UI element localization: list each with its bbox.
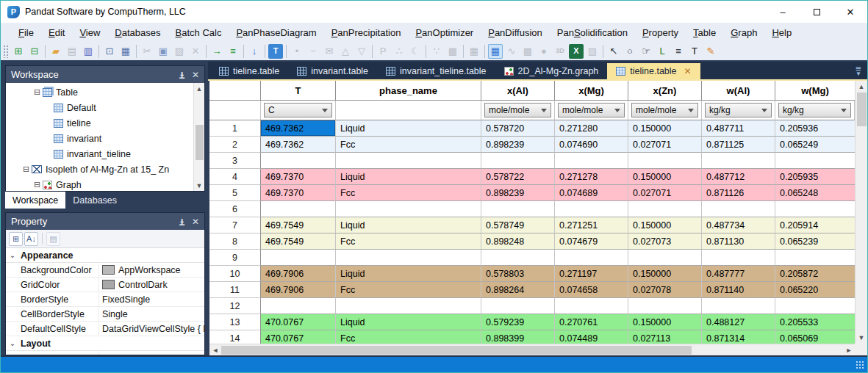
table-row[interactable]: 9 [209, 250, 855, 266]
resize-grip[interactable] [856, 361, 864, 369]
new-window-button[interactable]: ⊞ [11, 44, 26, 59]
section-calc-button[interactable]: ✉ [322, 44, 337, 59]
sidebar-tab-databases[interactable]: Databases [65, 192, 124, 209]
row-number[interactable]: 1 [209, 120, 261, 137]
kinetics-button[interactable]: ▩ [445, 44, 460, 59]
legend-button[interactable]: L [655, 44, 670, 59]
pin-icon[interactable]: Ŧ [179, 70, 184, 80]
tab-2d-al-mg-zn-graph[interactable]: 2D_Al-Mg-Zn.graph [495, 63, 608, 79]
scroll-left-icon[interactable]: ◄ [209, 347, 221, 354]
menu-panoptimizer[interactable]: PanOptimizer [408, 24, 481, 41]
run-batch-button[interactable]: → [209, 44, 224, 59]
tree-item-invariant[interactable]: invariant [6, 131, 193, 146]
tree-expander-icon[interactable]: ⊟ [32, 180, 42, 189]
row-number[interactable]: 6 [209, 201, 261, 217]
row-number[interactable]: 13 [209, 314, 261, 330]
unit-dropdown[interactable]: mole/mole [484, 103, 551, 117]
table-row[interactable]: 7 469.7549 Liquid 0.578749 0.271251 0.15… [209, 217, 855, 233]
edit-pencil-button[interactable]: ✎ [703, 44, 718, 59]
save-all-button[interactable]: ▥ [81, 44, 96, 59]
property-value[interactable]: ControlDark [98, 278, 204, 291]
table-row[interactable]: 13 470.0767 Liquid 0.579239 0.270761 0.1… [209, 314, 855, 330]
row-number[interactable]: 5 [209, 185, 261, 201]
unit-dropdown[interactable]: C [264, 103, 332, 117]
cut-button[interactable]: ✂ [140, 44, 154, 59]
import-button[interactable]: ↓ [247, 44, 262, 59]
table-row[interactable]: 5 469.7370 Fcc 0.898239 0.074689 0.02707… [209, 185, 855, 201]
property-row-gridcolor[interactable]: GridColor ControlDark [6, 278, 204, 292]
row-number[interactable]: 7 [209, 217, 261, 233]
column-header[interactable] [209, 81, 261, 101]
solidification-button[interactable]: ▽ [354, 44, 369, 59]
add-text-button[interactable]: T [687, 44, 702, 59]
menu-pandiffusion[interactable]: PanDiffusion [481, 24, 550, 41]
property-category-appearance[interactable]: ⌄ Appearance [6, 248, 204, 263]
tab-invariant-tieline-table[interactable]: invariant_tieline.table [377, 63, 495, 79]
categorized-icon[interactable]: ⊞ [9, 232, 23, 246]
property-value[interactable] [196, 248, 204, 262]
table-row[interactable]: 12 [209, 298, 855, 314]
toolbar-grip[interactable] [3, 45, 8, 58]
options-list-button[interactable]: ≡ [671, 44, 686, 59]
property-row-backgroundcolor[interactable]: BackgroundColor AppWorkspace [6, 263, 204, 278]
snapshot-button[interactable]: ▨ [585, 44, 600, 59]
tab-tieline-table-active[interactable]: tieline.table ✕ [607, 63, 700, 79]
horizontal-scrollbar[interactable]: ◄ ► [209, 344, 855, 355]
scroll-thumb[interactable] [196, 125, 204, 160]
menu-view[interactable]: View [72, 24, 107, 41]
select-arrow-button[interactable]: ↖ [606, 44, 621, 59]
menu-graph[interactable]: Graph [723, 24, 764, 41]
property-value[interactable]: FixedSingle [98, 292, 204, 306]
scroll-thumb[interactable] [857, 93, 867, 126]
row-number[interactable]: 4 [209, 169, 261, 185]
scroll-up-icon[interactable]: ▲ [858, 81, 865, 93]
close-button[interactable]: ✕ [833, 1, 867, 23]
print-preview-button[interactable]: ⊡ [102, 44, 117, 59]
workspace-scrollbar[interactable]: ▲ ▼ [193, 83, 204, 191]
row-number[interactable]: 2 [209, 137, 261, 153]
export-excel-button[interactable]: X [569, 44, 584, 59]
tree-item-default[interactable]: Default [6, 100, 193, 115]
close-panel-icon[interactable]: ✕ [192, 217, 199, 227]
unit-dropdown[interactable]: kg/kg [705, 103, 772, 117]
sort-alphabetical-icon[interactable]: A↓ [24, 232, 38, 246]
table-row[interactable]: 4 469.7370 Liquid 0.578722 0.271278 0.15… [209, 169, 855, 185]
property-row-defaultcellstyle[interactable]: DefaultCellStyle DataGridViewCellStyle {… [6, 322, 204, 336]
row-number[interactable]: 12 [209, 298, 261, 314]
sidebar-tab-workspace[interactable]: Workspace [5, 192, 65, 209]
column-header[interactable]: x(Zn) [628, 81, 702, 101]
table-row[interactable]: 10 469.7906 Liquid 0.578803 0.271197 0.1… [209, 266, 855, 282]
table-row[interactable]: 2 469.7362 Fcc 0.898239 0.074690 0.02707… [209, 137, 855, 153]
table-row[interactable]: 8 469.7549 Fcc 0.898248 0.074679 0.02707… [209, 233, 855, 250]
column-header[interactable]: phase_name [336, 81, 481, 101]
minimize-button[interactable]: – [766, 1, 800, 23]
point-calc-button[interactable]: • [290, 44, 304, 59]
property-value[interactable] [196, 336, 204, 350]
property-category-layout[interactable]: ⌄ Layout [6, 336, 204, 351]
view-3d-button[interactable]: 3D [553, 44, 567, 59]
scroll-down-icon[interactable]: ▼ [858, 332, 865, 344]
menu-property[interactable]: Property [635, 24, 686, 41]
batch-settings-button[interactable]: ≡ [226, 44, 240, 59]
tab-close-icon[interactable]: ✕ [684, 66, 692, 76]
graph-view-button[interactable]: ∿ [504, 44, 519, 59]
tree-item-invariant-tieline[interactable]: invariant_tieline [6, 146, 193, 162]
save-button[interactable]: ▤ [65, 44, 79, 59]
menu-panprecipitation[interactable]: PanPrecipitation [324, 24, 409, 41]
edit-table-button[interactable]: ▦ [488, 44, 503, 59]
row-number[interactable]: 10 [209, 266, 261, 282]
vertical-scrollbar[interactable]: ▲ ▼ [855, 81, 867, 344]
menu-panphasediagram[interactable]: PanPhaseDiagram [229, 24, 323, 41]
table-row[interactable]: 14 470.0767 Fcc 0.898399 0.074489 0.0271… [209, 330, 855, 344]
column-header[interactable]: x(Mg) [555, 81, 628, 101]
column-header[interactable]: w(Al) [702, 81, 775, 101]
row-number[interactable]: 8 [209, 233, 261, 250]
menu-table[interactable]: Table [686, 24, 723, 41]
table-row[interactable]: 11 469.7906 Fcc 0.898264 0.074658 0.0270… [209, 282, 855, 298]
tab-list-button[interactable]: ≡▼ [856, 64, 861, 77]
property-pages-icon[interactable]: ▤ [46, 232, 60, 246]
menu-pansolidification[interactable]: PanSolidification [550, 24, 635, 41]
scroll-down-icon[interactable]: ▼ [196, 180, 203, 191]
property-value[interactable]: AppWorkspace [98, 263, 204, 277]
pan-database-button[interactable]: P [376, 44, 390, 59]
